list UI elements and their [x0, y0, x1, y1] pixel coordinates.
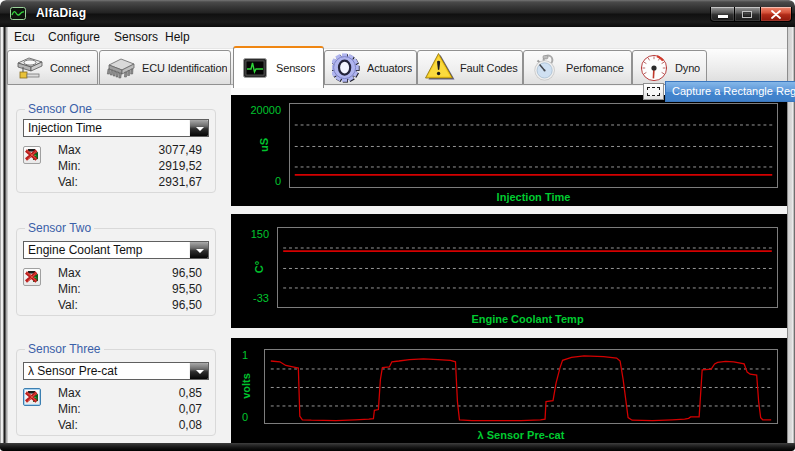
tab-label: ECU Identification: [142, 62, 227, 74]
combo-dropdown-button[interactable]: [189, 120, 208, 136]
tab-fault-codes[interactable]: Fault Codes: [417, 50, 523, 85]
title-bar[interactable]: AlfaDiag: [0, 0, 795, 27]
app-window: AlfaDiag Ecu Configure Sensors Help: [0, 0, 795, 451]
sensor-two-group-label: Sensor Two: [25, 221, 94, 236]
menu-bar: Ecu Configure Sensors Help: [8, 27, 787, 48]
engine-coolant-temp-chart: 150 -33 C° Engine Coolant Temp: [231, 214, 787, 328]
gauge-icon: [633, 54, 675, 82]
engine-coolant-temp-plot: [277, 227, 778, 308]
y-axis-title: C°: [254, 261, 265, 273]
y-axis-max-tick: 150: [231, 229, 269, 240]
warning-triangle-icon: [418, 52, 460, 83]
min-row: Min: 0,07: [17, 402, 215, 417]
y-axis-min-tick: 0: [231, 412, 248, 423]
val-row: Val: 2931,67: [17, 175, 215, 190]
injection-time-chart: 20000 0 uS Injection Time: [231, 95, 787, 206]
window-title: AlfaDiag: [36, 0, 86, 27]
max-row: Max 96,50: [17, 266, 215, 281]
menu-ecu[interactable]: Ecu: [10, 27, 39, 48]
sensor-one-selected-option: Injection Time: [28, 120, 188, 136]
y-axis-min-tick: -33: [231, 293, 269, 304]
val-label: Val:: [58, 418, 78, 433]
tab-dyno[interactable]: Dyno: [632, 50, 707, 85]
sensor-two-select[interactable]: Engine Coolant Temp: [23, 241, 209, 259]
sensor-three-selected-option: λ Sensor Pre-cat: [28, 363, 188, 379]
min-row: Min: 95,50: [17, 282, 215, 297]
chart-title: Injection Time: [289, 191, 778, 203]
window-border-left: [0, 27, 8, 443]
min-row: Min: 2919,52: [17, 159, 215, 174]
sensor-two-selected-option: Engine Coolant Temp: [28, 242, 188, 258]
chart-title: Engine Coolant Temp: [277, 313, 778, 325]
max-label: Max: [58, 143, 81, 158]
injection-time-plot: [289, 103, 778, 188]
val-row: Val: 96,50: [17, 298, 215, 313]
minimize-icon: [718, 15, 728, 18]
sensor-three-select[interactable]: λ Sensor Pre-cat: [23, 362, 209, 380]
y-axis-max-tick: 1: [231, 350, 248, 361]
oscilloscope-screen-icon: [234, 58, 276, 78]
min-value: 95,50: [107, 282, 202, 297]
app-logo-icon: [10, 7, 26, 20]
menu-help[interactable]: Help: [161, 27, 194, 48]
val-value: 96,50: [107, 298, 202, 313]
capture-rectangle-button[interactable]: [643, 83, 664, 100]
val-label: Val:: [58, 175, 78, 190]
sensor-three-group-label: Sensor Three: [25, 342, 104, 357]
close-button[interactable]: [760, 7, 792, 22]
max-value: 0,85: [107, 386, 202, 401]
dotted-rectangle-icon: [647, 87, 660, 96]
val-value: 2931,67: [107, 175, 202, 190]
tab-label: Actuators: [367, 62, 412, 74]
chip-icon: [100, 55, 142, 81]
caption-buttons: [710, 7, 792, 22]
lambda-sensor-plot: [264, 349, 778, 425]
window-border-bottom: [0, 443, 795, 451]
menu-sensors[interactable]: Sensors: [110, 27, 162, 48]
val-label: Val:: [58, 298, 78, 313]
maximize-icon: [742, 11, 752, 18]
chevron-down-icon: [196, 249, 204, 253]
min-value: 2919,52: [107, 159, 202, 174]
connector-icon: [8, 54, 50, 82]
close-icon: [771, 10, 781, 19]
sensor-two-group: Sensor Two Engine Coolant Temp Max 96,50…: [16, 228, 216, 316]
max-value: 3077,49: [107, 143, 202, 158]
tab-ecu-identification[interactable]: ECU Identification: [99, 50, 231, 85]
sensor-one-group: Sensor One Injection Time Max 3077,49 Mi…: [16, 109, 216, 193]
max-row: Max 3077,49: [17, 143, 215, 158]
tab-sensors[interactable]: Sensors: [233, 46, 324, 88]
min-value: 0,07: [107, 402, 202, 417]
menu-configure[interactable]: Configure: [44, 27, 104, 48]
maximize-button[interactable]: [735, 7, 760, 22]
minimize-button[interactable]: [710, 7, 735, 22]
combo-dropdown-button[interactable]: [189, 242, 208, 258]
tab-connect[interactable]: Connect: [7, 50, 98, 85]
y-axis-title: uS: [259, 138, 270, 152]
tab-perfomance[interactable]: Perfomance: [523, 50, 632, 85]
combo-dropdown-button[interactable]: [189, 363, 208, 379]
chevron-down-icon: [196, 127, 204, 131]
tab-label: Connect: [50, 62, 90, 74]
max-row: Max 0,85: [17, 386, 215, 401]
capture-tooltip: Capture a Rectangle Reg: [665, 81, 795, 102]
tab-label: Dyno: [675, 62, 700, 74]
chevron-down-icon: [196, 370, 204, 374]
min-label: Min:: [58, 402, 81, 417]
val-value: 0,08: [107, 418, 202, 433]
tab-actuators[interactable]: Actuators: [324, 50, 417, 85]
chart-title: λ Sensor Pre-cat: [264, 429, 778, 441]
tab-label: Sensors: [276, 62, 315, 74]
min-label: Min:: [58, 282, 81, 297]
sensor-three-group: Sensor Three λ Sensor Pre-cat Max 0,85 M…: [16, 349, 216, 436]
val-row: Val: 0,08: [17, 418, 215, 433]
stopwatch-icon: [524, 53, 566, 83]
lambda-sensor-chart: 1 0 volts λ Sensor Pre-cat: [231, 338, 787, 443]
y-axis-title: volts: [241, 373, 252, 399]
min-label: Min:: [58, 159, 81, 174]
gear-icon: [325, 53, 367, 83]
tab-label: Perfomance: [566, 62, 624, 74]
tab-label: Fault Codes: [460, 62, 518, 74]
sensor-one-group-label: Sensor One: [25, 102, 95, 117]
sensor-one-select[interactable]: Injection Time: [23, 119, 209, 137]
